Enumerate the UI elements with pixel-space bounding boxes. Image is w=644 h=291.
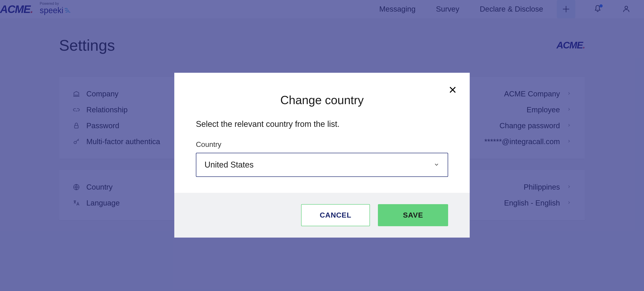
modal-title: Change country bbox=[196, 93, 448, 107]
change-country-modal: Change country Select the relevant count… bbox=[174, 73, 470, 237]
modal-close-button[interactable] bbox=[448, 85, 457, 95]
country-select-wrapper: United States bbox=[196, 153, 448, 177]
country-select[interactable]: United States bbox=[196, 153, 448, 177]
country-select-value: United States bbox=[204, 160, 254, 170]
chevron-down-icon bbox=[434, 160, 440, 170]
modal-overlay[interactable]: Change country Select the relevant count… bbox=[0, 0, 644, 291]
modal-subtitle: Select the relevant country from the lis… bbox=[196, 119, 448, 129]
save-button[interactable]: SAVE bbox=[378, 204, 448, 226]
modal-footer: CANCEL SAVE bbox=[174, 193, 470, 237]
cancel-button[interactable]: CANCEL bbox=[301, 204, 370, 226]
modal-body: Change country Select the relevant count… bbox=[174, 73, 470, 193]
close-icon bbox=[448, 85, 457, 94]
country-field-label: Country bbox=[196, 140, 448, 149]
